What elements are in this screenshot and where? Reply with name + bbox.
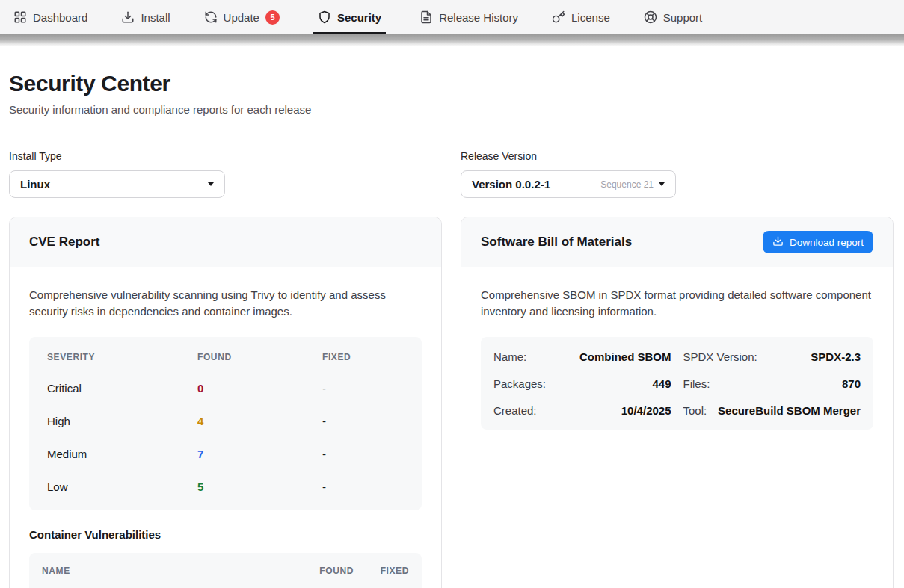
severity-table: SEVERITY FOUND FIXED Critical 0 - High 4… [29,337,422,510]
report-cards: CVE Report Comprehensive vulnerability s… [9,217,894,588]
nav-label: Security [337,11,381,24]
info-value: 10/4/2025 [621,404,671,417]
nav-label: License [571,11,610,24]
nav-label: Release History [439,11,518,24]
table-row: High 4 - [47,404,404,437]
found-count: 4 [197,415,322,427]
update-count-badge: 5 [265,10,280,25]
nav-label: Update [224,11,259,24]
info-label: SPDX Version: [683,350,757,363]
key-icon [552,10,565,24]
release-version-value: Version 0.0.2-1 [472,178,550,191]
fixed-count: - [322,480,404,493]
info-label: Name: [493,350,526,363]
release-version-label: Release Version [461,150,894,162]
table-row: Critical 0 - [47,371,404,404]
col-fixed: FIXED [363,566,409,576]
sbom-card-body: Comprehensive SBOM in SPDX format provid… [461,267,893,449]
sbom-card-header: Software Bill of Materials Download repo… [461,217,893,267]
cve-card-title: CVE Report [29,235,99,250]
info-value: SecureBuild SBOM Merger [718,404,861,417]
col-name: NAME [42,566,294,576]
sequence-label: Sequence 21 [600,179,654,190]
severity-label: Low [47,480,197,493]
col-severity: SEVERITY [47,352,197,362]
install-type-select[interactable]: Linux [9,170,225,198]
sbom-info-name: Name: Combined SBOM [493,343,671,370]
nav-item-dashboard[interactable]: Dashboard [13,0,87,34]
sbom-card: Software Bill of Materials Download repo… [461,217,894,588]
severity-label: Critical [47,382,197,394]
chevron-down-icon [208,182,214,186]
info-value: 870 [842,377,861,390]
nav-scroll-shadow [0,34,904,46]
sbom-card-title: Software Bill of Materials [481,235,632,250]
filters-section: Install Type Linux Release Version Versi… [9,150,894,198]
info-value: 449 [652,377,671,390]
nav-item-support[interactable]: Support [644,0,703,34]
sbom-description: Comprehensive SBOM in SPDX format provid… [481,287,873,319]
severity-table-header: SEVERITY FOUND FIXED [47,343,404,371]
severity-label: Medium [47,448,197,460]
cve-description: Comprehensive vulnerability scanning usi… [29,287,422,319]
table-row: Low 5 - [47,470,404,503]
download-report-label: Download report [790,237,864,248]
nav-item-security[interactable]: Security [313,0,386,34]
install-type-label: Install Type [9,150,442,162]
info-value: SPDX-2.3 [811,350,861,363]
sbom-info-grid: Name: Combined SBOM SPDX Version: SPDX-2… [481,337,873,430]
cve-card-header: CVE Report [10,217,441,267]
sbom-info-tool: Tool: SecureBuild SBOM Merger [683,397,861,424]
cve-report-card: CVE Report Comprehensive vulnerability s… [9,217,442,588]
info-label: Packages: [493,377,546,390]
found-count: 0 [197,382,322,394]
nav-item-license[interactable]: License [552,0,610,34]
table-row: Medium 7 - [47,437,404,470]
chevron-down-icon [659,182,665,186]
info-label: Created: [493,404,537,417]
download-icon [121,10,135,24]
nav-label: Install [141,11,170,24]
sbom-info-files: Files: 870 [683,370,861,397]
download-icon [772,235,784,249]
nav-item-update[interactable]: Update 5 [204,0,280,34]
col-fixed: FIXED [322,352,404,362]
download-report-button[interactable]: Download report [763,231,873,253]
release-version-filter: Release Version Version 0.0.2-1 Sequence… [461,150,894,198]
col-found: FOUND [197,352,322,362]
col-found: FOUND [294,566,363,576]
fixed-count: - [322,382,404,394]
file-text-icon [419,10,433,24]
found-count: 5 [197,480,322,493]
sbom-info-spdx-version: SPDX Version: SPDX-2.3 [683,343,861,370]
nav-item-release-history[interactable]: Release History [419,0,518,34]
fixed-count: - [322,415,404,427]
container-vulnerabilities-title: Container Vulnerabilities [29,528,422,541]
install-type-filter: Install Type Linux [9,150,442,198]
fixed-count: - [322,448,404,460]
nav-items: Dashboard Install Update 5 Security [13,0,702,34]
main-content: Security Center Security information and… [0,71,904,588]
life-buoy-icon [644,10,657,24]
nav-label: Dashboard [33,11,87,24]
cve-card-body: Comprehensive vulnerability scanning usi… [10,267,441,588]
info-label: Files: [683,377,710,390]
dashboard-grid-icon [13,10,27,24]
sbom-info-created: Created: 10/4/2025 [493,397,671,424]
container-table-header: NAME FOUND FIXED [29,553,422,588]
top-navigation: Dashboard Install Update 5 Security [0,0,904,34]
install-type-value: Linux [20,178,50,191]
page-title: Security Center [9,71,894,96]
found-count: 7 [197,448,322,460]
info-value: Combined SBOM [579,350,671,363]
nav-label: Support [663,11,703,24]
sbom-info-packages: Packages: 449 [493,370,671,397]
release-version-select[interactable]: Version 0.0.2-1 Sequence 21 [461,170,676,198]
refresh-icon [204,10,218,24]
page-subtitle: Security information and compliance repo… [9,103,894,116]
shield-icon [318,10,331,24]
nav-item-install[interactable]: Install [121,0,170,34]
severity-label: High [47,415,197,427]
info-label: Tool: [683,404,707,417]
